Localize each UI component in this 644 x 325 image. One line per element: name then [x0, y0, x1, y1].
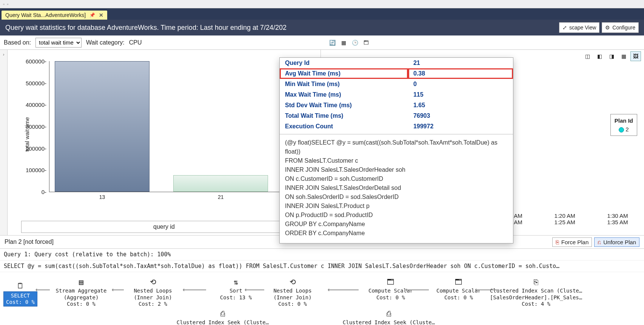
plot-area: 0-100000-200000-300000-400000-500000-600… — [49, 61, 313, 192]
tooltip-row: Total Wait Time (ms)76903 — [280, 111, 513, 121]
plan-node-index-scan[interactable]: ⎘Clustered Index Scan (Cluste… [SalesOrd… — [487, 277, 585, 308]
plan-node-compute-scalar-2[interactable]: 🗔Compute Scalar Cost: 0 % — [419, 277, 498, 301]
collapse-handle-left[interactable]: › — [0, 50, 8, 235]
tooltip-row: Execution Count199972 — [280, 121, 513, 132]
view-mode-2-icon[interactable]: ◧ — [594, 51, 605, 61]
x-axis-label: query id — [153, 223, 175, 230]
compute-scalar-icon: 🗔 — [419, 277, 498, 287]
x-tick-label: 13 — [99, 194, 105, 200]
x-axis-dropdown[interactable]: query id — [21, 221, 307, 233]
plan-id-legend[interactable]: Plan Id 2 — [610, 114, 637, 136]
plan-arrow — [245, 290, 264, 290]
nested-loops-icon: ⟲ — [113, 277, 193, 287]
plan-node-compute-scalar-1[interactable]: 🗔Compute Scalar Cost: 0 % — [351, 277, 430, 301]
toolbar-placeholder-icon: ▫ — [3, 2, 5, 7]
chart-canvas: total wait time 0-100000-200000-300000-4… — [8, 50, 320, 219]
plan-arrow — [36, 290, 50, 290]
execution-plan-graph[interactable]: 🗒 SELECT Cost: 0 % ▤Stream Aggregate (Ag… — [0, 272, 644, 325]
plan-node-nested-loops-2[interactable]: ⟲Nested Loops (Inner Join) Cost: 0 % — [253, 277, 332, 308]
escape-view-button[interactable]: ⤢ scape View — [559, 22, 599, 33]
page-title: Query wait statistics for database Adven… — [5, 24, 287, 32]
compute-scalar-icon: 🗔 — [351, 277, 430, 287]
timeline-tick: 1:25 AM — [555, 219, 575, 225]
tooltip-row: Std Dev Wait Time (ms)1.65 — [280, 100, 513, 111]
refresh-icon[interactable]: 🔄 — [327, 38, 337, 48]
query-sql-line: SELECT @y = sum(cast((soh.SubTotal*soh.T… — [0, 260, 644, 272]
force-plan-icon: ⎘ — [556, 239, 559, 245]
query-tooltip: Query Id21Avg Wait Time (ms)0.38Min Wait… — [279, 57, 513, 243]
wait-category-value: CPU — [129, 39, 142, 46]
unforce-plan-button[interactable]: ⎌Unforce Plan — [594, 237, 639, 247]
unforce-plan-icon: ⎌ — [598, 239, 601, 245]
aggregate-icon: ▤ — [42, 277, 121, 287]
nested-loops-icon: ⟲ — [253, 277, 332, 287]
view-mode-3-icon[interactable]: ◨ — [606, 51, 617, 61]
tooltip-divider — [280, 134, 513, 134]
unforce-plan-label: Unforce Plan — [603, 239, 636, 245]
index-scan-icon: ⎘ — [487, 277, 585, 287]
timeline-tick: 1:30 AM — [607, 213, 628, 219]
tooltip-row: Query Id21 — [280, 58, 513, 68]
plan-arrow — [183, 290, 206, 290]
main-content: › total wait time 0-100000-200000-300000… — [0, 50, 644, 235]
plan-legend-title: Plan Id — [615, 117, 633, 124]
tooltip-sql: (@y float)SELECT @y = sum(cast((soh.SubT… — [280, 137, 513, 243]
plan-node-select[interactable]: 🗒 SELECT Cost: 0 % — [2, 281, 39, 307]
document-tab-active[interactable]: Query Wait Sta...AdventureWorks] 📌 ✕ — [2, 11, 107, 20]
escape-view-icon: ⤢ — [562, 25, 567, 31]
tooltip-row: Min Wait Time (ms)0 — [280, 79, 513, 89]
plan-node-label: Clustered Index Scan (Cluste… [SalesOrde… — [490, 288, 582, 307]
timeline-tick: 1:35 AM — [607, 219, 628, 225]
plan-node-nested-loops-1[interactable]: ⟲Nested Loops (Inner Join) Cost: 2 % — [113, 277, 193, 308]
plan-arrow — [112, 290, 124, 290]
chart-bar[interactable] — [55, 61, 149, 192]
image-mode-icon[interactable]: 🖼 — [630, 51, 641, 61]
document-tab-strip: Query Wait Sta...AdventureWorks] 📌 ✕ — [0, 8, 644, 20]
wait-category-label: Wait category: — [86, 39, 125, 46]
close-icon[interactable]: ✕ — [99, 12, 103, 18]
chart-column: total wait time 0-100000-200000-300000-4… — [8, 50, 321, 235]
index-seek-icon: ⎙ — [340, 309, 438, 319]
plan-legend-item: 2 — [626, 126, 629, 132]
grid-view-icon[interactable]: ▦ — [338, 38, 349, 48]
chart-bar[interactable] — [173, 175, 268, 192]
plan-node-label: Nested Loops (Inner Join) Cost: 0 % — [273, 288, 311, 307]
plan-legend-swatch-icon — [619, 127, 624, 132]
tooltip-table: Query Id21Avg Wait Time (ms)0.38Min Wait… — [280, 58, 513, 132]
based-on-label: Based on: — [4, 39, 31, 46]
pin-icon[interactable]: 📌 — [89, 12, 95, 18]
filter-bar: Based on: total wait time Wait category:… — [0, 35, 644, 50]
plan-node-label: Clustered Index Seek (Cluste… — [177, 319, 269, 325]
clock-icon[interactable]: 🕒 — [350, 38, 360, 48]
query-cost-line: Query 1: Query cost (relative to the bat… — [0, 249, 644, 260]
toolbar-placeholder-icon: ▫ — [7, 2, 8, 7]
x-tick-label: 21 — [218, 194, 224, 200]
configure-label: Configure — [612, 25, 635, 31]
plan-node-label: Clustered Index Seek (Cluste… — [343, 319, 435, 325]
gear-icon: ⚙ — [605, 25, 610, 31]
force-plan-button[interactable]: ⎘Force Plan — [552, 237, 592, 247]
plan-node-stream-aggregate[interactable]: ▤Stream Aggregate (Aggregate) Cost: 0 % — [42, 277, 121, 308]
plan-node-label: Nested Loops (Inner Join) Cost: 2 % — [134, 288, 172, 307]
index-seek-icon: ⎙ — [174, 309, 272, 319]
configure-button[interactable]: ⚙ Configure — [602, 22, 639, 33]
plan-arrow — [328, 290, 359, 290]
based-on-select[interactable]: total wait time — [35, 38, 82, 48]
document-tab-title: Query Wait Sta...AdventureWorks] — [5, 12, 86, 18]
plan-node-index-seek-1[interactable]: ⎙Clustered Index Seek (Cluste… — [174, 309, 272, 325]
view-mode-1-icon[interactable]: ◫ — [582, 51, 593, 61]
select-node-icon: 🗒 — [2, 281, 39, 291]
plan-node-select-label: SELECT Cost: 0 % — [3, 291, 37, 307]
plan-arrow — [406, 290, 429, 290]
plan-arrow — [476, 290, 498, 290]
grid-icon[interactable]: ▦ — [618, 51, 629, 61]
force-plan-label: Force Plan — [561, 239, 589, 245]
table-icon[interactable]: 🗔 — [361, 38, 371, 48]
tooltip-row: Max Wait Time (ms)115 — [280, 89, 513, 100]
plan-node-index-seek-2[interactable]: ⎙Clustered Index Seek (Cluste… — [340, 309, 438, 325]
plan-node-label: Stream Aggregate (Aggregate) Cost: 0 % — [56, 288, 107, 307]
title-bar: Query wait statistics for database Adven… — [0, 20, 644, 35]
timeline-tick: 1:20 AM — [555, 213, 575, 219]
app-top-toolbar: ▫ ▫ — [0, 0, 644, 8]
tooltip-row: Avg Wait Time (ms)0.38 — [280, 68, 513, 79]
